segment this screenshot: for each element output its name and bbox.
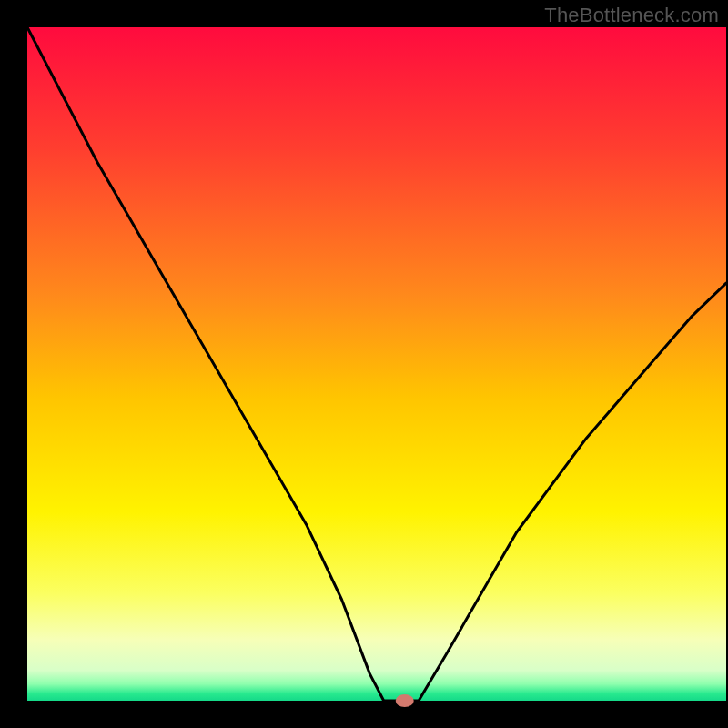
watermark-label: TheBottleneck.com [544, 4, 719, 27]
plot-background [27, 27, 726, 701]
bottleneck-chart [0, 0, 728, 728]
minimum-marker [396, 694, 414, 707]
chart-container: TheBottleneck.com [0, 0, 728, 728]
